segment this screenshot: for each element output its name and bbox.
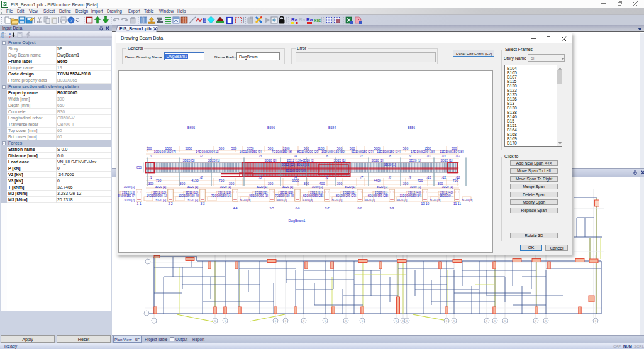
- svg-text:10D10@150 [7]: 10D10@150 [7]: [153, 150, 176, 153]
- svg-text:B556: B556: [408, 126, 415, 130]
- svg-text:11-11: 11-11: [453, 202, 461, 206]
- svg-text:/2: /2: [199, 155, 203, 158]
- svg-text:300: 300: [337, 182, 343, 186]
- svg-text:4150: 4150: [191, 179, 199, 182]
- svg-text:3D20 [2]: 3D20 [2]: [155, 199, 166, 202]
- svg-text:15D10@...: 15D10@...: [440, 194, 453, 197]
- svg-text:8D10@200 [29]: 8D10@200 [29]: [336, 194, 356, 197]
- svg-text:3D20 [3]: 3D20 [3]: [302, 199, 313, 202]
- svg-text:300: 300: [403, 182, 409, 186]
- svg-text:3D20 [5]: 3D20 [5]: [183, 158, 196, 162]
- svg-text:500: 500: [231, 147, 237, 150]
- svg-text:4-4: 4-4: [233, 206, 237, 210]
- svg-text:3D20 [1]: 3D20 [1]: [187, 186, 198, 189]
- svg-text:500: 500: [403, 147, 409, 150]
- svg-text:10D10@150 [7]: 10D10@150 [7]: [118, 194, 135, 197]
- svg-text:/4: /4: [294, 155, 297, 158]
- svg-text:14D10@200 [11]: 14D10@200 [11]: [196, 150, 219, 153]
- svg-text:1-1: 1-1: [136, 202, 141, 206]
- svg-text:750: 750: [453, 179, 458, 182]
- svg-text:6850: 6850: [292, 179, 299, 182]
- svg-text:/12: /12: [455, 155, 460, 158]
- svg-text:/7: /7: [360, 155, 363, 158]
- svg-text:11D10@150 [38]: 11D10@150 [38]: [440, 150, 464, 153]
- svg-text:2D12 [22]+3D13 [23]: 2D12 [22]+3D13 [23]: [282, 163, 309, 167]
- svg-text:/3: /3: [258, 155, 262, 158]
- svg-text:DwgBeam1: DwgBeam1: [289, 219, 306, 223]
- svg-text:3D20 [1]: 3D20 [1]: [124, 186, 135, 189]
- svg-text:300: 300: [268, 182, 274, 186]
- svg-text:750: 750: [418, 179, 423, 182]
- svg-text:10D10@150 [30]: 10D10@150 [30]: [321, 150, 345, 153]
- svg-text:/8: /8: [388, 176, 391, 179]
- svg-text:10D10@150 [9]: 10D10@150 [9]: [179, 194, 199, 197]
- svg-text:5D10@150 [27]: 5D10@150 [27]: [351, 150, 374, 153]
- svg-text:500: 500: [147, 147, 152, 150]
- svg-text:/1: /1: [149, 155, 152, 158]
- svg-text:3D20 [3]: 3D20 [3]: [396, 199, 407, 202]
- svg-text:/10: /10: [426, 176, 431, 179]
- svg-text:300: 300: [180, 182, 186, 186]
- svg-text:3D20 [3]: 3D20 [3]: [331, 199, 342, 202]
- svg-text:/1: /1: [149, 176, 152, 179]
- svg-text:7D10@150 [16]: 7D10@150 [16]: [211, 194, 231, 197]
- svg-text:3D20 [1]: 3D20 [1]: [208, 158, 221, 162]
- svg-text:3D20 [2]: 3D20 [2]: [187, 199, 198, 202]
- svg-text:14D10@200 [1]: 14D10@200 [1]: [147, 194, 167, 197]
- svg-text:3D20 [3]: 3D20 [3]: [462, 199, 472, 202]
- svg-text:3D20 [1]: 3D20 [1]: [345, 186, 355, 189]
- svg-text:3D20 [1]: 3D20 [1]: [442, 186, 453, 189]
- svg-text:3D20 [1]: 3D20 [1]: [372, 158, 384, 162]
- svg-text:3D20 [3]: 3D20 [3]: [240, 199, 250, 202]
- svg-text:10D10@150 [9]: 10D10@150 [9]: [239, 150, 262, 153]
- svg-text:/6: /6: [325, 155, 328, 158]
- svg-text:750: 750: [156, 179, 162, 182]
- svg-text:/10: /10: [426, 155, 431, 158]
- svg-text:3-3: 3-3: [200, 202, 204, 206]
- svg-text:/2: /2: [199, 176, 203, 179]
- svg-text:/11: /11: [441, 155, 447, 158]
- svg-text:11D10@150 [34]: 11D10@150 [34]: [377, 150, 401, 153]
- svg-text:14D10@200 [38]: 14D10@200 [38]: [411, 150, 435, 153]
- svg-text:6D10@150 [25]: 6D10@150 [25]: [368, 194, 388, 197]
- svg-text:xls: xls: [314, 18, 321, 23]
- svg-text:/11: /11: [441, 176, 447, 179]
- svg-text:3D20 [1]: 3D20 [1]: [441, 158, 453, 162]
- svg-text:6D10@150 [25]: 6D10@150 [25]: [303, 194, 323, 197]
- svg-text:B584: B584: [328, 126, 336, 130]
- svg-text:2D12 [13]+3D20 [1]: 2D12 [13]+3D20 [1]: [287, 158, 314, 162]
- svg-text:Ra: Ra: [291, 17, 298, 23]
- svg-text:2-2: 2-2: [168, 202, 172, 206]
- svg-text:8D10@200 [29]: 8D10@200 [29]: [297, 150, 319, 153]
- svg-text:3D20 [1]: 3D20 [1]: [220, 186, 231, 189]
- svg-text:5850: 5850: [185, 147, 192, 150]
- svg-text:9D10@200 [30]: 9D10@200 [30]: [286, 169, 306, 172]
- svg-text:3D20 [1]: 3D20 [1]: [312, 186, 323, 189]
- svg-text:3D20 [1]: 3D20 [1]: [409, 158, 422, 162]
- svg-text:/8: /8: [388, 155, 391, 158]
- svg-text:7-7: 7-7: [325, 206, 329, 210]
- svg-text:3D20 [1]: 3D20 [1]: [265, 158, 277, 162]
- svg-text:/7: /7: [360, 176, 363, 179]
- svg-text:650: 650: [136, 166, 142, 169]
- svg-text:300: 300: [304, 182, 309, 186]
- svg-text:750: 750: [219, 179, 225, 182]
- svg-text:?: ?: [70, 18, 72, 23]
- svg-text:10-10: 10-10: [421, 202, 430, 206]
- svg-text:9D10@200 [3]: 9D10@200 [3]: [249, 194, 268, 197]
- svg-text:3D20 [1]: 3D20 [1]: [410, 186, 421, 189]
- svg-text:5-5: 5-5: [269, 206, 274, 210]
- svg-text:3D20 [1]: 3D20 [1]: [334, 158, 347, 162]
- svg-text:/9: /9: [408, 155, 411, 158]
- svg-text:7D10@150 [8]: 7D10@150 [8]: [272, 150, 292, 153]
- svg-text:Ra: Ra: [299, 17, 306, 23]
- svg-text:4400: 4400: [374, 179, 381, 182]
- svg-text:/6: /6: [325, 176, 328, 179]
- svg-text:6-6: 6-6: [295, 206, 299, 210]
- svg-text:B695: B695: [187, 126, 195, 130]
- svg-text:/9: /9: [408, 176, 411, 179]
- svg-text:11D10@150 [34]: 11D10@150 [34]: [400, 194, 421, 197]
- svg-text:7D10@150 [8]: 7D10@150 [8]: [275, 194, 294, 197]
- svg-text:300: 300: [148, 182, 154, 186]
- svg-text:Ra: Ra: [306, 17, 313, 23]
